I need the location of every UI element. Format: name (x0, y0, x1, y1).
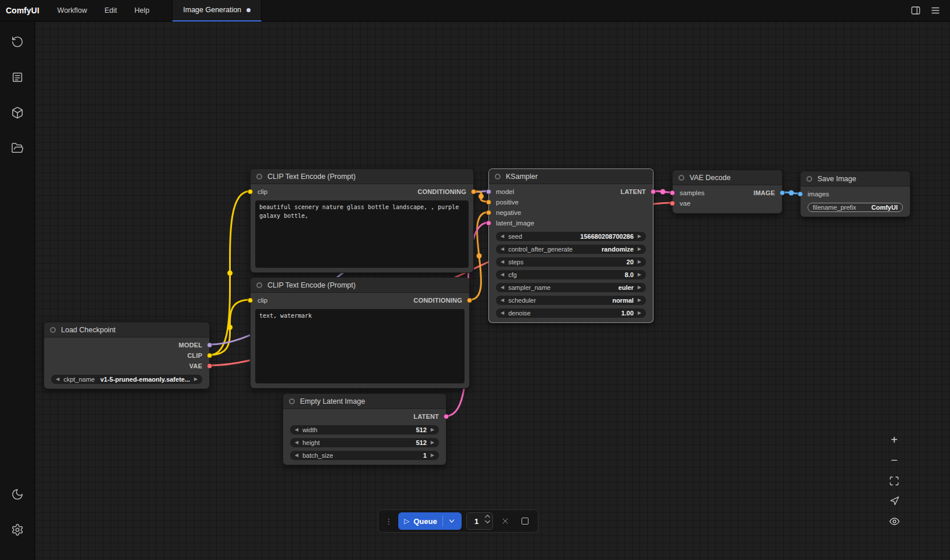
arrow-right-icon[interactable]: ▶ (638, 311, 641, 315)
node-ksampler[interactable]: KSampler model LATENT positive negative … (488, 168, 653, 323)
sidebar-item-queue[interactable] (5, 65, 30, 89)
arrow-right-icon[interactable]: ▶ (194, 377, 198, 382)
arrow-right-icon[interactable]: ▶ (431, 440, 434, 445)
arrow-left-icon[interactable]: ◀ (295, 428, 298, 432)
zoom-in-button[interactable]: + (885, 431, 903, 449)
widget-steps[interactable]: ◀ steps 20 ▶ (496, 257, 646, 267)
sidebar-item-workflows[interactable] (5, 136, 30, 160)
queue-button[interactable]: ▷ Queue (398, 512, 462, 530)
node-clip-text-encode-positive[interactable]: CLIP Text Encode (Prompt) clip CONDITION… (250, 168, 474, 273)
panel-toggle-button[interactable] (907, 2, 924, 19)
menu-item-edit[interactable]: Edit (96, 0, 126, 21)
widget-control-after-generate[interactable]: ◀ control_after_generate randomize ▶ (496, 245, 646, 254)
input-port-samples[interactable] (670, 191, 675, 196)
input-port-latent-image[interactable] (486, 221, 491, 226)
tab-image-generation[interactable]: Image Generation (172, 0, 262, 21)
menu-item-workflow[interactable]: Workflow (49, 0, 96, 21)
widget-height[interactable]: ◀ height 512 ▶ (290, 438, 439, 447)
input-port-clip[interactable] (248, 298, 253, 303)
output-port-clip[interactable] (207, 353, 212, 358)
zoom-out-button[interactable]: − (885, 451, 903, 469)
node-save-image[interactable]: Save Image images filename_prefix ComfyU… (800, 171, 910, 217)
collapse-dot-icon[interactable] (678, 175, 684, 181)
sidebar-item-model-library[interactable] (5, 100, 30, 125)
collapse-dot-icon[interactable] (256, 174, 262, 180)
interrupt-button[interactable] (517, 514, 533, 529)
collapse-dot-icon[interactable] (289, 399, 295, 404)
queue-options-button[interactable] (442, 516, 456, 526)
widget-sampler-name[interactable]: ◀ sampler_name euler ▶ (496, 283, 646, 292)
select-mode-button[interactable] (885, 492, 903, 510)
arrow-left-icon[interactable]: ◀ (501, 285, 504, 290)
arrow-right-icon[interactable]: ▶ (638, 298, 641, 303)
arrow-left-icon[interactable]: ◀ (501, 272, 504, 277)
output-port-latent[interactable] (444, 414, 449, 419)
widget-denoise[interactable]: ◀ denoise 1.00 ▶ (496, 308, 646, 318)
collapse-dot-icon[interactable] (50, 327, 56, 333)
drag-handle-icon[interactable]: ⋮ (384, 517, 394, 526)
output-port-conditioning[interactable] (467, 298, 472, 303)
node-header[interactable]: Load Checkpoint (44, 322, 209, 338)
node-vae-decode[interactable]: VAE Decode samples IMAGE vae (672, 170, 783, 214)
widget-seed[interactable]: ◀ seed 156680208700286 ▶ (496, 232, 646, 241)
node-header[interactable]: Save Image (801, 171, 910, 186)
widget-cfg[interactable]: ◀ cfg 8.0 ▶ (496, 270, 646, 279)
output-port-vae[interactable] (207, 364, 212, 369)
node-header[interactable]: CLIP Text Encode (Prompt) (251, 169, 473, 184)
input-port-model[interactable] (486, 189, 491, 195)
sidebar-item-history[interactable] (5, 30, 30, 54)
widget-ckpt-name[interactable]: ◀ ckpt_name v1-5-pruned-emaonly.safete..… (51, 375, 202, 384)
arrow-right-icon[interactable]: ▶ (638, 234, 641, 239)
node-empty-latent-image[interactable]: Empty Latent Image LATENT ◀ width 512 ▶ … (283, 393, 447, 465)
output-port-image[interactable] (780, 191, 785, 196)
stepper-down-icon[interactable] (485, 520, 490, 523)
input-port-images[interactable] (798, 192, 803, 197)
arrow-right-icon[interactable]: ▶ (638, 285, 641, 290)
link-visibility-button[interactable] (885, 512, 903, 530)
fit-view-button[interactable] (885, 472, 903, 490)
main-menu-button[interactable] (927, 2, 944, 19)
arrow-left-icon[interactable]: ◀ (295, 453, 298, 458)
node-clip-text-encode-negative[interactable]: CLIP Text Encode (Prompt) clip CONDITION… (250, 277, 470, 389)
menu-item-help[interactable]: Help (126, 0, 158, 21)
batch-count-stepper[interactable]: 1 (466, 512, 493, 530)
arrow-right-icon[interactable]: ▶ (638, 272, 641, 277)
widget-batch-size[interactable]: ◀ batch_size 1 ▶ (290, 451, 439, 460)
output-port-model[interactable] (207, 343, 212, 348)
cancel-button[interactable] (498, 514, 513, 529)
node-header[interactable]: KSampler (489, 169, 653, 184)
input-port-vae[interactable] (670, 201, 675, 206)
input-port-clip[interactable] (248, 189, 253, 195)
arrow-left-icon[interactable]: ◀ (56, 377, 59, 382)
arrow-left-icon[interactable]: ◀ (501, 260, 504, 264)
arrow-left-icon[interactable]: ◀ (501, 247, 504, 252)
output-port-latent[interactable] (651, 189, 656, 195)
collapse-dot-icon[interactable] (256, 282, 262, 288)
app-logo[interactable]: ComfyUI (0, 6, 49, 15)
sidebar-item-settings[interactable] (5, 518, 30, 542)
sidebar-item-theme-toggle[interactable] (5, 482, 30, 507)
arrow-right-icon[interactable]: ▶ (638, 260, 641, 264)
widget-width[interactable]: ◀ width 512 ▶ (290, 425, 439, 435)
node-header[interactable]: CLIP Text Encode (Prompt) (251, 278, 469, 293)
arrow-left-icon[interactable]: ◀ (501, 311, 504, 315)
arrow-right-icon[interactable]: ▶ (431, 428, 434, 432)
arrow-left-icon[interactable]: ◀ (295, 440, 298, 445)
widget-filename-prefix[interactable]: filename_prefix ComfyUI (808, 203, 903, 212)
prompt-textarea[interactable]: text, watermark (255, 309, 465, 383)
output-port-conditioning[interactable] (471, 189, 476, 195)
widget-scheduler[interactable]: ◀ scheduler normal ▶ (496, 296, 646, 305)
node-header[interactable]: Empty Latent Image (283, 394, 446, 409)
arrow-right-icon[interactable]: ▶ (638, 247, 641, 252)
stepper-up-icon[interactable] (485, 515, 490, 518)
input-port-positive[interactable] (486, 200, 491, 205)
collapse-dot-icon[interactable] (495, 174, 501, 180)
arrow-right-icon[interactable]: ▶ (431, 453, 434, 458)
input-port-negative[interactable] (486, 210, 491, 216)
arrow-left-icon[interactable]: ◀ (501, 298, 504, 303)
collapse-dot-icon[interactable] (806, 176, 812, 182)
node-load-checkpoint[interactable]: Load Checkpoint MODEL CLIP VAE ◀ ckpt_na… (44, 322, 210, 389)
prompt-textarea[interactable]: beautiful scenery nature glass bottle la… (255, 200, 469, 268)
node-header[interactable]: VAE Decode (673, 170, 782, 185)
arrow-left-icon[interactable]: ◀ (501, 234, 504, 239)
